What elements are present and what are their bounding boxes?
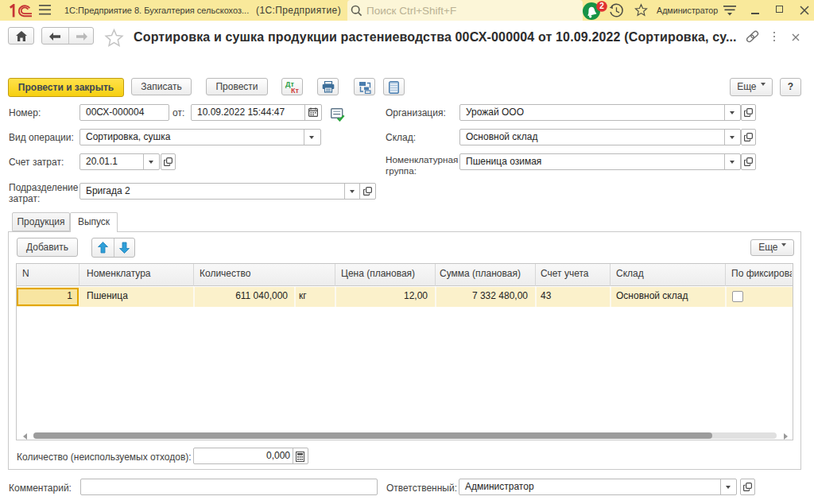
svg-text:2: 2 [599,2,604,10]
